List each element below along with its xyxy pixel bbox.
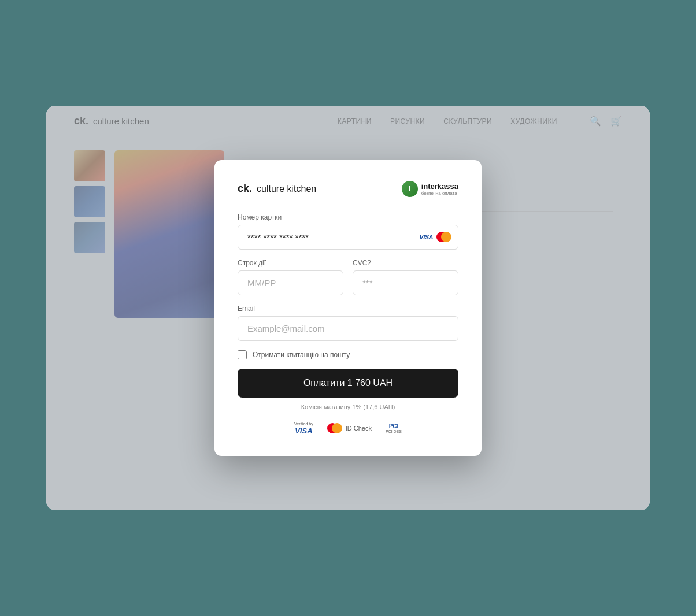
expiry-input[interactable]: [238, 270, 343, 295]
pay-button[interactable]: Оплатити 1 760 UAH: [238, 369, 458, 398]
card-number-label: Номер картки: [238, 213, 458, 221]
verified-by-text: Verified by: [294, 422, 313, 426]
receipt-checkbox-label: Отримати квитанцію на пошту: [253, 351, 350, 359]
card-input-wrapper: VISA: [238, 225, 458, 250]
interkassa-avatar: i: [402, 181, 418, 197]
interkassa-info: interkassa безпечна оплата: [421, 182, 458, 196]
expiry-cvc-row: Строк дії CVC2: [238, 259, 458, 305]
email-label: Email: [238, 305, 458, 313]
modal-logo-text: culture kitchen: [257, 184, 316, 194]
email-input[interactable]: [238, 316, 458, 341]
card-brand-icons: VISA: [419, 232, 451, 242]
expiry-group: Строк дії: [238, 259, 343, 295]
cvc-input[interactable]: [353, 270, 458, 295]
cvc-group: CVC2: [353, 259, 458, 295]
verified-by-visa-badge: Verified by VISA: [294, 422, 313, 435]
security-badges: Verified by VISA ID Check PCI PCI DSS: [238, 422, 458, 435]
payment-modal: ck. culture kitchen i interkassa безпечн…: [214, 160, 482, 456]
visa-icon: VISA: [419, 233, 433, 240]
id-check-text: ID Check: [346, 425, 372, 432]
id-check-mastercard-icon: [327, 423, 342, 433]
modal-logo: ck. culture kitchen: [238, 183, 316, 195]
pci-dss-badge: PCI PCI DSS: [386, 423, 402, 433]
email-group: Email: [238, 305, 458, 341]
receipt-checkbox[interactable]: [238, 350, 247, 359]
modal-overlay: ck. culture kitchen i interkassa безпечн…: [46, 106, 650, 510]
interkassa-badge: i interkassa безпечна оплата: [402, 181, 458, 197]
expiry-label: Строк дії: [238, 259, 343, 267]
modal-header: ck. culture kitchen i interkassa безпечн…: [238, 181, 458, 197]
modal-logo-symbol: ck.: [238, 183, 252, 195]
card-number-group: Номер картки VISA: [238, 213, 458, 250]
interkassa-sub: безпечна оплата: [421, 191, 458, 196]
browser-window: ck. culture kitchen КАРТИНИ РИСУНКИ СКУЛ…: [46, 106, 650, 510]
pci-text: PCI: [389, 423, 399, 429]
mastercard-icon: [436, 232, 451, 242]
receipt-checkbox-row: Отримати квитанцію на пошту: [238, 350, 458, 359]
verified-visa-text: VISA: [295, 426, 312, 435]
dss-text: PCI DSS: [386, 429, 402, 433]
commission-text: Комісія магазину 1% (17,6 UAH): [238, 403, 458, 410]
id-check-badge: ID Check: [327, 423, 372, 433]
cvc-label: CVC2: [353, 259, 458, 267]
interkassa-label: interkassa: [421, 182, 458, 191]
